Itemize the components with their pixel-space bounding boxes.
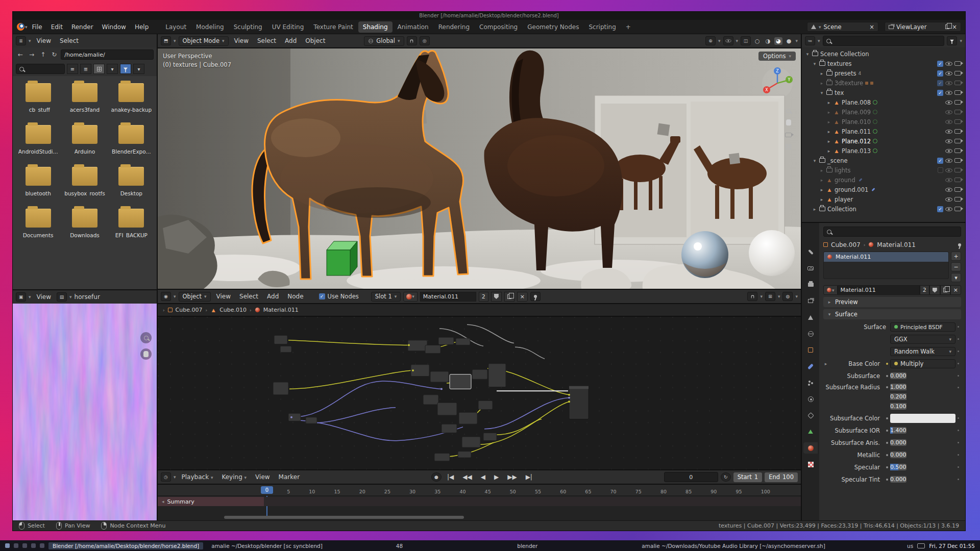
frame-end-field[interactable]: End100: [765, 472, 798, 482]
vp-menu-add[interactable]: Add: [282, 36, 300, 45]
socket-dot[interactable]: [886, 375, 888, 377]
add-workspace-button[interactable]: +: [621, 21, 635, 33]
outliner-row[interactable]: ▸▲Plane.012: [802, 136, 965, 146]
decorator-dot[interactable]: [958, 375, 959, 377]
decorator-dot[interactable]: [958, 338, 959, 340]
keyboard-layout[interactable]: us: [907, 543, 913, 549]
chevron-right-icon[interactable]: ▸: [819, 168, 824, 173]
pin-icon[interactable]: [958, 243, 961, 246]
surface-panel-header[interactable]: ▾Surface: [823, 309, 961, 319]
decorator-dot[interactable]: [958, 466, 959, 468]
fb-menu-select[interactable]: Select: [57, 36, 82, 45]
blender-logo-icon[interactable]: [17, 23, 24, 31]
slot-list[interactable]: Material.011: [823, 252, 949, 279]
checkbox-icon[interactable]: ✓: [937, 80, 943, 86]
checkbox-off-icon[interactable]: [938, 167, 943, 173]
socket-dot[interactable]: [886, 417, 888, 419]
tab-view-layer[interactable]: [803, 295, 818, 307]
auto-key-button[interactable]: ●: [431, 472, 442, 482]
orientation-dropdown[interactable]: Global▾: [364, 36, 404, 46]
material-users-button[interactable]: 2: [479, 292, 488, 302]
timeline-body[interactable]: 0510152025303540455055606570758085909510…: [158, 485, 801, 520]
eye-icon[interactable]: [945, 148, 952, 154]
timeline-scrollbar[interactable]: [224, 516, 464, 519]
outliner-row[interactable]: ▸▲Plane.008: [802, 97, 965, 107]
viewport-3d[interactable]: User Perspective (0) textures | Cube.007…: [158, 48, 801, 289]
image-browse-icon[interactable]: ▤: [57, 292, 67, 302]
window-titlebar[interactable]: Blender [/home/amalie/Desktop/blender/ho…: [13, 12, 965, 20]
shader-type-dropdown[interactable]: Object▾: [179, 292, 211, 302]
outliner-row[interactable]: ▸3dtexture✓: [802, 78, 965, 88]
tab-scene[interactable]: [803, 312, 818, 323]
chevron-right-icon[interactable]: ▸: [819, 187, 824, 192]
checkbox-icon[interactable]: ✓: [937, 61, 943, 67]
gizmos-toggle-icon[interactable]: ⊕: [705, 36, 716, 45]
tab-constraints[interactable]: [803, 410, 818, 421]
taskbar-window-terminal[interactable]: amalie ~/Desktop/blender [sc syncblend]: [207, 542, 327, 549]
workspace-indicator[interactable]: [22, 543, 27, 548]
camera-icon[interactable]: [954, 90, 961, 95]
base-color-node-button[interactable]: Multiply: [890, 359, 955, 368]
tab-render[interactable]: [803, 263, 818, 274]
camera-view-widget[interactable]: [785, 132, 792, 139]
tab-tool[interactable]: [803, 246, 818, 258]
forward-icon[interactable]: →: [27, 51, 36, 59]
folder-item[interactable]: _cb_stuff: [15, 83, 61, 113]
sh-menu-node[interactable]: Node: [284, 292, 306, 301]
chevron-down-icon[interactable]: ▾: [805, 52, 810, 57]
menu-help[interactable]: Help: [131, 22, 153, 32]
filter-dropdown[interactable]: ▾: [133, 64, 144, 74]
tab-uv-editing[interactable]: UV Editing: [267, 21, 309, 33]
workspace-indicator[interactable]: [31, 543, 36, 548]
scene-selector[interactable]: ▾ Scene ×: [807, 22, 878, 32]
perspective-toggle-widget[interactable]: [786, 143, 792, 151]
outliner-filter-button[interactable]: [947, 36, 957, 45]
play-reverse-button[interactable]: ◀: [478, 472, 488, 482]
snap-icon[interactable]: [407, 36, 417, 45]
unlink-icon[interactable]: ×: [869, 23, 874, 31]
camera-icon[interactable]: [954, 187, 961, 192]
new-material-button[interactable]: [504, 292, 514, 302]
tab-particles[interactable]: [803, 377, 818, 388]
socket-dot[interactable]: [886, 466, 888, 468]
taskbar-window-48[interactable]: 48: [392, 542, 407, 549]
pan-widget[interactable]: [140, 348, 152, 360]
tab-physics[interactable]: [803, 393, 818, 405]
prev-keyframe-button[interactable]: ◀◀: [459, 472, 475, 482]
material-browse-button[interactable]: ▾: [403, 292, 418, 302]
tl-menu-keying[interactable]: Keying ▾: [218, 472, 250, 482]
node-preview-icon[interactable]: ◍: [782, 292, 793, 301]
timeline-ruler[interactable]: 0510152025303540455055606570758085909510…: [158, 485, 801, 496]
xray-toggle-icon[interactable]: ◫: [741, 36, 751, 45]
menu-edit[interactable]: Edit: [47, 22, 67, 32]
workspace-indicator[interactable]: [40, 543, 44, 548]
slot-specials-button[interactable]: ▾: [951, 273, 961, 282]
outliner-row[interactable]: ▾_scene✓: [802, 156, 965, 165]
socket-dot[interactable]: [886, 479, 888, 481]
remove-slot-button[interactable]: −: [951, 262, 961, 271]
outliner-row[interactable]: ▸Collection✓: [802, 204, 965, 214]
eye-icon[interactable]: [945, 90, 952, 95]
eye-icon[interactable]: [945, 71, 952, 76]
subsurface-slider[interactable]: 0.000: [890, 372, 906, 379]
eye-icon[interactable]: [945, 61, 952, 66]
editor-type-icon[interactable]: ≔: [805, 36, 815, 45]
folder-item[interactable]: anakey-backup: [108, 83, 155, 113]
menu-window[interactable]: Window: [98, 22, 130, 32]
pin-button[interactable]: [530, 292, 541, 301]
tl-menu-playback[interactable]: Playback ▾: [179, 472, 216, 482]
workspace-indicator[interactable]: [14, 543, 18, 548]
material-users-button[interactable]: 2: [920, 285, 929, 295]
camera-icon[interactable]: [954, 139, 961, 143]
chevron-right-icon[interactable]: ▸: [819, 197, 824, 202]
fb-search-input[interactable]: [16, 64, 65, 74]
tab-rendering[interactable]: Rendering: [434, 21, 474, 33]
node-editor-canvas[interactable]: [158, 317, 801, 469]
overlays-toggle-icon[interactable]: [723, 36, 733, 45]
ior-slider[interactable]: 1.400: [890, 427, 906, 434]
up-icon[interactable]: ↑: [38, 51, 47, 59]
eye-icon[interactable]: [945, 197, 952, 202]
sh-menu-view[interactable]: View: [213, 292, 234, 301]
folder-item[interactable]: busybox_rootfs: [61, 167, 108, 196]
decorator-dot[interactable]: [958, 442, 959, 443]
